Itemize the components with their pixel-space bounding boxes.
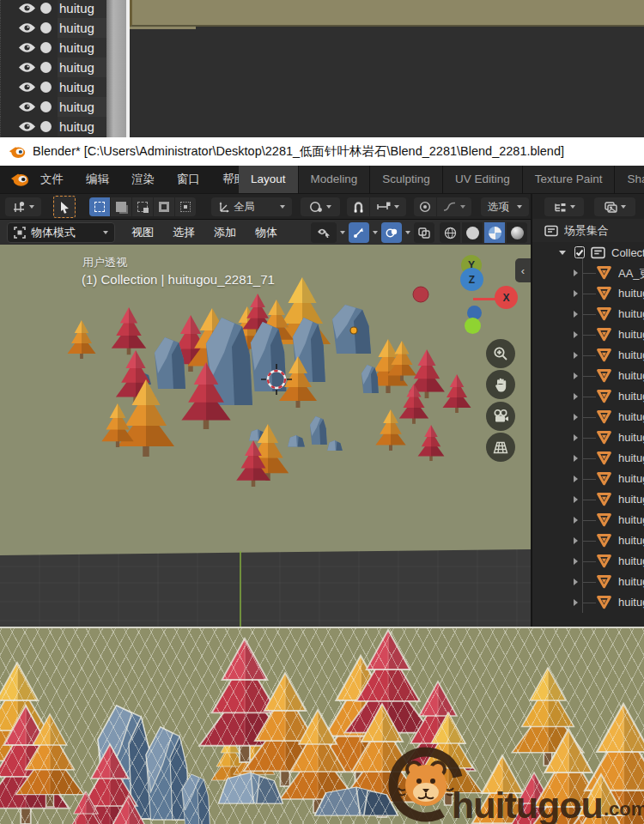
blender-menu-logo-icon[interactable] [10,172,29,187]
collection-name[interactable]: Collection [611,246,644,259]
outliner-item[interactable]: huitug [532,427,644,448]
expand-arrow-icon[interactable] [574,331,578,338]
visibility-eye-icon[interactable] [18,82,36,93]
visibility-eye-icon[interactable] [18,22,36,33]
outliner-item[interactable]: huitug [532,469,644,489]
expand-arrow-icon[interactable] [574,455,578,462]
expand-arrow-icon[interactable] [574,270,578,276]
disable-dot-icon[interactable] [40,3,52,14]
show-gizmo-toggle[interactable] [349,222,369,243]
scene-collection-row[interactable]: 场景集合 [532,219,644,242]
expand-arrow-icon[interactable] [574,558,578,565]
object-name[interactable]: huitug [58,0,106,18]
object-name[interactable]: huitug [618,554,644,567]
gizmo-z-axis[interactable]: Z [460,268,483,291]
collapse-arrow-icon[interactable] [559,251,566,255]
snap-toggle-button[interactable] [347,197,369,216]
object-name[interactable]: huitug [618,451,644,464]
expand-arrow-icon[interactable] [574,290,578,297]
expand-arrow-icon[interactable] [574,414,578,421]
outliner-row[interactable]: huitug [0,97,106,117]
object-name[interactable]: huitug [58,97,106,117]
gizmo-neg-y-axis[interactable] [465,318,481,334]
select-subtract-button[interactable] [132,197,153,216]
collection-row[interactable]: Collection [532,242,644,263]
select-set-button[interactable] [89,197,110,216]
object-name[interactable]: huitug [618,348,644,361]
visibility-eye-icon[interactable] [18,62,36,73]
object-name[interactable]: huitug [618,390,644,403]
object-name[interactable]: huitug [618,472,644,485]
object-name[interactable]: huitug [618,493,644,506]
expand-arrow-icon[interactable] [574,599,578,606]
disable-dot-icon[interactable] [40,121,52,132]
outliner-item[interactable]: huitug [532,407,644,427]
select-intersect-button[interactable] [175,197,196,216]
scrollbar[interactable] [106,0,126,137]
visibility-eye-icon[interactable] [18,101,36,112]
menu-add[interactable]: 添加 [204,222,246,243]
mode-dropdown[interactable]: 物体模式 [7,222,115,243]
outliner-item[interactable]: huitug [532,551,644,572]
navigation-gizmo[interactable]: Y Z X [455,251,531,333]
menu-render[interactable]: 渲染 [120,166,166,193]
outliner-row[interactable]: huitug [0,38,106,58]
viewport-3d[interactable]: 用户透视 (1) Collection | huitugou_2281_71 ‹… [0,245,531,627]
tab-sculpting[interactable]: Sculpting [370,166,443,193]
expand-arrow-icon[interactable] [574,373,578,379]
disable-dot-icon[interactable] [40,42,52,53]
perspective-toggle-button[interactable] [486,433,515,462]
editor-type-dropdown[interactable] [5,197,41,216]
expand-arrow-icon[interactable] [574,434,578,441]
tab-uv-editing[interactable]: UV Editing [443,166,523,193]
outliner-item[interactable]: huitug [532,324,644,345]
menu-select[interactable]: 选择 [163,222,204,243]
menu-window[interactable]: 窗口 [166,166,211,193]
snap-settings-dropdown[interactable] [370,197,406,216]
outliner-item[interactable]: huitug [532,386,644,407]
outliner-item[interactable]: AA_更 [532,263,644,283]
object-name[interactable]: huitug [58,58,106,77]
outliner-row[interactable]: huitug [0,18,106,38]
show-overlays-toggle[interactable] [381,222,402,243]
zoom-button[interactable] [486,339,515,368]
outliner-item[interactable]: huitug [532,489,644,510]
shading-rendered-button[interactable] [507,222,527,243]
expand-arrow-icon[interactable] [574,537,578,544]
object-name[interactable]: huitug [618,307,644,320]
tab-modeling[interactable]: Modeling [299,166,371,193]
menu-file[interactable]: 文件 [29,166,75,193]
select-invert-button[interactable] [154,197,174,216]
expand-arrow-icon[interactable] [574,496,578,503]
object-name[interactable]: huitug [58,77,106,97]
visibility-eye-icon[interactable] [18,121,36,132]
options-dropdown[interactable]: 选项 [481,197,529,216]
object-name[interactable]: huitug [618,431,644,444]
menu-object[interactable]: 物体 [246,222,287,243]
pivot-point-dropdown[interactable] [301,197,340,216]
object-name[interactable]: huitug [618,596,644,609]
outliner-row[interactable]: huitug [0,77,106,97]
disable-dot-icon[interactable] [40,101,52,112]
tab-texture-paint[interactable]: Texture Paint [523,166,616,193]
pan-hand-button[interactable] [486,370,515,399]
proportional-edit-toggle[interactable] [414,197,436,216]
outliner-item[interactable]: huitug [532,530,644,551]
object-name[interactable]: huitug [58,18,106,38]
outliner-item[interactable]: huitug [532,345,644,366]
tab-layout[interactable]: Layout [239,166,299,193]
active-tool-indicator[interactable] [53,196,76,218]
visibility-eye-icon[interactable] [18,3,36,14]
object-name[interactable]: huitug [618,534,644,547]
object-name[interactable]: huitug [58,117,106,136]
tab-shading[interactable]: Shading [615,166,644,193]
outliner-row[interactable]: huitug [0,117,106,136]
shading-solid-button[interactable] [462,222,483,243]
expand-arrow-icon[interactable] [574,517,578,524]
xray-toggle[interactable] [414,222,434,243]
outliner-row[interactable]: huitug [0,0,106,18]
collection-checkbox[interactable] [574,246,585,258]
outliner-item[interactable]: huitug [532,304,644,324]
expand-arrow-icon[interactable] [574,311,578,318]
disable-dot-icon[interactable] [40,82,52,93]
